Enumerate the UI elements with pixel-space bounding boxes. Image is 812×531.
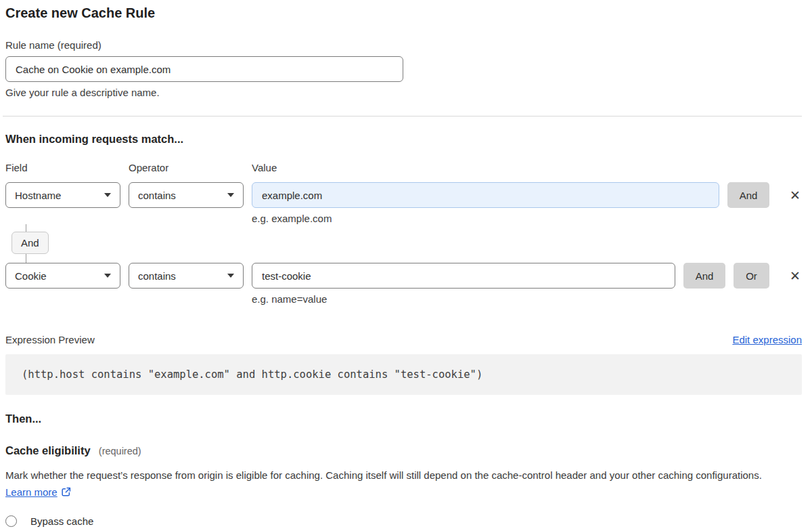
field-select-1-value: Hostname bbox=[15, 190, 61, 201]
required-note: (required) bbox=[99, 446, 141, 456]
operator-column-label: Operator bbox=[129, 162, 244, 173]
rule-name-input[interactable] bbox=[5, 56, 403, 82]
cache-eligibility-heading-row: Cache eligibility (required) bbox=[5, 444, 802, 457]
field-select-2[interactable]: Cookie bbox=[5, 263, 120, 289]
value-hint-2: e.g. name=value bbox=[252, 293, 802, 305]
chevron-down-icon bbox=[227, 274, 234, 278]
external-link-icon bbox=[61, 487, 71, 497]
expression-code: (http.host contains "example.com" and ht… bbox=[5, 354, 802, 395]
radio-label-bypass: Bypass cache bbox=[30, 515, 93, 527]
value-column-label: Value bbox=[252, 162, 802, 173]
remove-condition-2-icon[interactable]: ✕ bbox=[788, 270, 802, 282]
edit-expression-link[interactable]: Edit expression bbox=[732, 334, 802, 345]
description-text: Mark whether the request’s response from… bbox=[5, 469, 762, 481]
value-hint-1: e.g. example.com bbox=[252, 213, 802, 224]
section-divider bbox=[3, 116, 802, 116]
value-input-2[interactable] bbox=[252, 263, 675, 289]
radio-option-bypass-cache[interactable]: Bypass cache bbox=[5, 515, 802, 527]
and-button-row-1[interactable]: And bbox=[727, 182, 769, 208]
page-title: Create new Cache Rule bbox=[5, 5, 802, 21]
condition-connector: And bbox=[5, 224, 802, 263]
learn-more-link[interactable]: Learn more bbox=[5, 486, 58, 498]
chevron-down-icon bbox=[227, 193, 234, 197]
operator-select-1[interactable]: contains bbox=[129, 182, 244, 208]
match-heading: When incoming requests match... bbox=[5, 133, 802, 146]
rule-name-helper: Give your rule a descriptive name. bbox=[5, 87, 802, 98]
then-heading: Then... bbox=[5, 412, 802, 425]
value-input-1[interactable] bbox=[252, 182, 719, 208]
condition-row-2: Cookie contains And Or ✕ bbox=[5, 263, 802, 289]
expression-preview-label: Expression Preview bbox=[5, 334, 95, 345]
radio-unselected-icon[interactable] bbox=[5, 515, 17, 527]
field-select-2-value: Cookie bbox=[15, 270, 47, 282]
remove-condition-1-icon[interactable]: ✕ bbox=[788, 189, 802, 202]
or-button-row-2[interactable]: Or bbox=[734, 263, 769, 289]
connector-line-bottom bbox=[26, 254, 26, 263]
cache-eligibility-description: Mark whether the request’s response from… bbox=[5, 467, 789, 501]
operator-select-1-value: contains bbox=[138, 190, 176, 201]
expression-preview-header: Expression Preview Edit expression bbox=[5, 334, 802, 345]
condition-row-1: Hostname contains And ✕ bbox=[5, 182, 802, 208]
operator-select-2-value: contains bbox=[138, 270, 176, 282]
operator-select-2[interactable]: contains bbox=[129, 263, 244, 289]
field-column-label: Field bbox=[5, 162, 120, 173]
condition-column-labels: Field Operator Value bbox=[5, 162, 802, 173]
cache-eligibility-heading: Cache eligibility bbox=[5, 444, 91, 456]
connector-and-button[interactable]: And bbox=[12, 232, 49, 254]
and-button-row-2[interactable]: And bbox=[683, 263, 725, 289]
chevron-down-icon bbox=[104, 193, 111, 197]
chevron-down-icon bbox=[104, 274, 111, 278]
rule-name-label: Rule name (required) bbox=[5, 39, 802, 51]
field-select-1[interactable]: Hostname bbox=[5, 182, 120, 208]
